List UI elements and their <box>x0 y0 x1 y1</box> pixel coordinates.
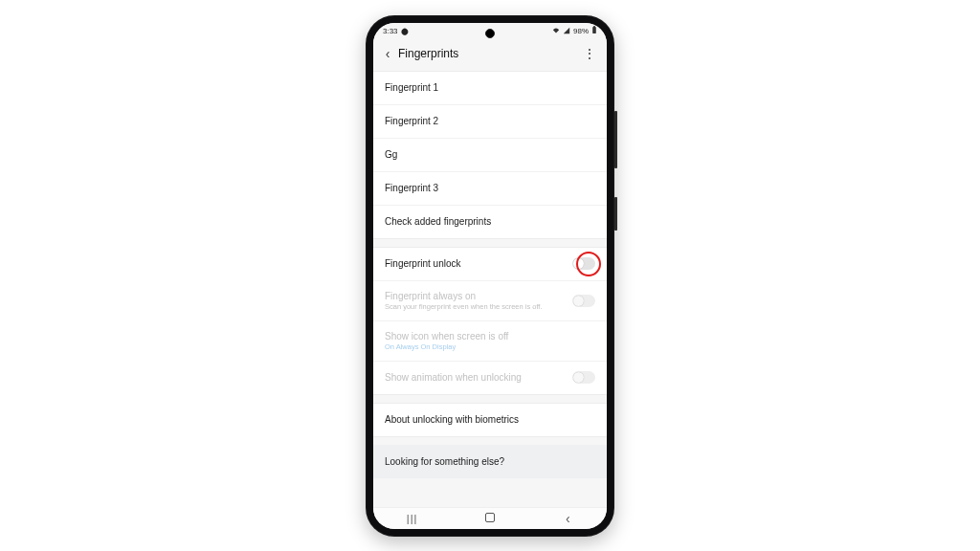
fingerprint-label: Fingerprint 1 <box>385 82 438 93</box>
option-subtext: Scan your fingerprint even when the scre… <box>385 302 572 311</box>
nav-bar: ||| ‹ <box>373 507 607 529</box>
show-icon-row: Show icon when screen is off On Always O… <box>373 321 607 362</box>
phone-frame: 3:33 ⬤ 98% ‹ Fing <box>366 15 614 537</box>
svg-rect-1 <box>593 26 595 27</box>
fingerprint-item[interactable]: Fingerprint 2 <box>373 105 607 139</box>
option-label: Fingerprint always on <box>385 291 572 301</box>
power-button <box>614 197 617 231</box>
unlock-options-group: Fingerprint unlock Fingerprint always on… <box>373 247 607 395</box>
fingerprint-unlock-toggle[interactable] <box>572 257 595 270</box>
home-button[interactable] <box>471 513 509 524</box>
more-button[interactable]: ⋮ <box>581 46 597 61</box>
option-link: On Always On Display <box>385 342 595 351</box>
fingerprint-label: Fingerprint 3 <box>385 183 438 193</box>
svg-rect-0 <box>592 27 596 33</box>
footer-label: Looking for something else? <box>385 456 504 467</box>
about-group: About unlocking with biometrics <box>373 403 607 437</box>
battery-percent: 98% <box>573 27 589 35</box>
front-camera <box>485 29 495 38</box>
wifi-icon <box>552 27 560 36</box>
looking-for-something[interactable]: Looking for something else? <box>373 445 607 478</box>
fingerprint-item[interactable]: Fingerprint 3 <box>373 172 607 206</box>
app-bar: ‹ Fingerprints ⋮ <box>373 40 607 71</box>
stage: 3:33 ⬤ 98% ‹ Fing <box>0 0 980 551</box>
fingerprint-item[interactable]: Fingerprint 1 <box>373 72 607 105</box>
nav-back-button[interactable]: ‹ <box>548 511 587 526</box>
option-label: About unlocking with biometrics <box>385 414 519 425</box>
recents-button[interactable]: ||| <box>393 513 432 524</box>
fingerprint-always-on-row: Fingerprint always on Scan your fingerpr… <box>373 281 607 321</box>
back-button[interactable]: ‹ <box>379 46 396 61</box>
settings-content: Fingerprint 1 Fingerprint 2 Gg Fingerpri… <box>373 71 607 507</box>
fingerprint-item[interactable]: Gg <box>373 139 607 172</box>
show-animation-row: Show animation when unlocking <box>373 362 607 394</box>
about-biometrics-row[interactable]: About unlocking with biometrics <box>373 404 607 436</box>
fingerprint-label: Gg <box>385 149 397 160</box>
option-label: Show icon when screen is off <box>385 331 595 342</box>
option-label: Fingerprint unlock <box>385 258 460 269</box>
page-title: Fingerprints <box>398 47 581 60</box>
check-fingerprints-item[interactable]: Check added fingerprints <box>373 206 607 238</box>
volume-button <box>614 111 617 168</box>
fingerprint-list-group: Fingerprint 1 Fingerprint 2 Gg Fingerpri… <box>373 71 607 239</box>
recording-icon: ⬤ <box>401 28 409 35</box>
fingerprint-unlock-row[interactable]: Fingerprint unlock <box>373 248 607 281</box>
option-label: Show animation when unlocking <box>385 372 522 383</box>
battery-icon <box>591 26 597 36</box>
show-animation-toggle <box>572 371 595 384</box>
fingerprint-label: Fingerprint 2 <box>385 116 438 126</box>
status-time: 3:33 <box>383 27 398 35</box>
home-icon <box>485 513 495 522</box>
always-on-toggle <box>572 295 595 307</box>
fingerprint-label: Check added fingerprints <box>385 216 491 227</box>
signal-icon <box>563 27 570 36</box>
phone-screen: 3:33 ⬤ 98% ‹ Fing <box>373 23 607 529</box>
